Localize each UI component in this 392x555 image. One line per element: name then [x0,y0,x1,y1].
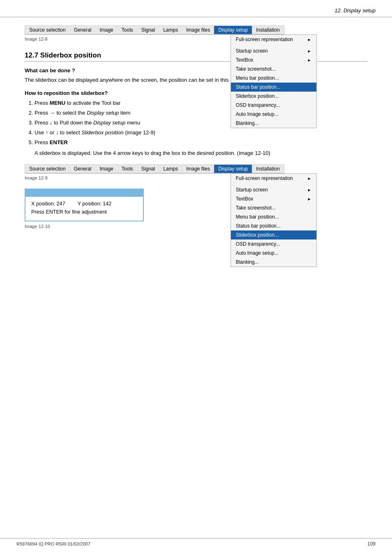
sliderbox-position-row: X position: 247 Y position: 142 [31,201,137,207]
menu-item-source-selection-2[interactable]: Source selection [25,165,70,173]
menu-item-lamps-1[interactable]: Lamps [159,26,182,34]
step-1: Press MENU to activate the Tool bar [35,99,367,108]
dropdown-item-screenshot-2[interactable]: Take screenshot... [231,203,316,212]
arrow-icon-2: ► [307,49,311,53]
dropdown-item-fullscreen-2[interactable]: Full-screen representation ► [231,174,316,183]
dropdown-item-sliderbox-2[interactable]: Sliderbox position... [231,230,316,240]
sliderbox-body: X position: 247 Y position: 142 Press EN… [25,197,143,221]
menu-item-tools-2[interactable]: Tools [118,165,137,173]
step-4: Use ↑ or ↓ to select Sliderbox position … [35,128,367,137]
sliderbox-hint: Press ENTER for fine adjustment [31,209,137,215]
screenshot-12-8: Source selection General Image Tools Sig… [25,25,284,35]
sliderbox-dialog: X position: 247 Y position: 142 Press EN… [25,189,144,221]
screenshot-12-8-wrapper: Source selection General Image Tools Sig… [25,25,367,35]
dropdown-menu-1: Full-screen representation ► Startup scr… [231,35,317,128]
menu-item-tools-1[interactable]: Tools [118,26,137,34]
step-5-text: A sliderbox is displayed. Use the 4 arro… [35,149,367,158]
menu-item-displaysetup-2[interactable]: Display setup [214,165,252,173]
x-position-label: X position: 247 [31,201,65,207]
dropdown-item-startup-2[interactable]: Startup screen ► [231,185,316,194]
dropdown-item-fullscreen-1[interactable]: Full-screen representation ► [231,35,316,44]
menu-item-lamps-2[interactable]: Lamps [159,165,182,173]
footer-page-number: 109 [367,541,376,547]
dropdown-item-autoimage-1[interactable]: Auto Image setup... [231,110,316,119]
dropdown-item-blanking-2[interactable]: Blanking... [231,258,316,267]
dropdown-item-screenshot-1[interactable]: Take screenshot... [231,64,316,74]
menu-item-imagefiles-1[interactable]: Image files [182,26,214,34]
dropdown-item-sliderbox-1[interactable]: Sliderbox position... [231,92,316,101]
menu-item-installation-2[interactable]: Installation [252,165,284,173]
menu-item-image-1[interactable]: Image [95,26,117,34]
menu-item-general-2[interactable]: General [70,165,96,173]
arrow-icon-3: ► [307,58,311,62]
menu-item-installation-1[interactable]: Installation [252,26,284,34]
step-2: Press → to select the Display setup item [35,108,367,117]
dropdown-item-statusbar-1[interactable]: Status bar position... [231,83,316,92]
screenshot-12-9: Source selection General Image Tools Sig… [25,164,284,174]
dropdown-menu-2: Full-screen representation ► Startup scr… [231,173,317,267]
page-title: 12. Display setup [334,7,376,14]
dropdown-item-menubar-1[interactable]: Menu bar position... [231,74,316,83]
menu-item-image-2[interactable]: Image [95,165,117,173]
screenshot-12-9-wrapper: Source selection General Image Tools Sig… [25,164,367,174]
page-header: 12. Display setup [0,0,392,17]
dropdown-item-menubar-2[interactable]: Menu bar position... [231,212,316,221]
dropdown-item-osd-2[interactable]: OSD transparency... [231,240,316,249]
arrow-icon-5: ► [307,188,311,192]
dropdown-item-statusbar-2[interactable]: Status bar position... [231,221,316,230]
step-3: Press ↓ to Pull down the Display setup m… [35,118,367,127]
menu-bar-2: Source selection General Image Tools Sig… [25,165,284,173]
arrow-icon-6: ► [307,197,311,201]
sliderbox-header [25,189,143,197]
dropdown-item-osd-1[interactable]: OSD transparency... [231,101,316,110]
dropdown-item-startup-1[interactable]: Startup screen ► [231,46,316,55]
arrow-icon-4: ► [307,176,311,181]
menu-bar-1: Source selection General Image Tools Sig… [25,26,284,35]
y-position-label: Y position: 142 [78,201,111,207]
dropdown-item-textbox-1[interactable]: TextBox ► [231,55,316,64]
steps-list: Press MENU to activate the Tool bar Pres… [35,99,367,158]
menu-item-general-1[interactable]: General [70,26,96,34]
step-5: Press ENTER A sliderbox is displayed. Us… [35,138,367,158]
arrow-icon-1: ► [307,37,311,42]
menu-item-signal-2[interactable]: Signal [137,165,159,173]
dropdown-item-blanking-1[interactable]: Blanking... [231,119,316,128]
menu-item-displaysetup-1[interactable]: Display setup [214,26,252,34]
menu-item-signal-1[interactable]: Signal [137,26,159,34]
dropdown-item-autoimage-2[interactable]: Auto Image setup... [231,249,316,258]
menu-item-source-selection-1[interactable]: Source selection [25,26,70,34]
menu-item-imagefiles-2[interactable]: Image files [182,165,214,173]
page-footer: R5976694 IQ PRO R500 01/02/2007 109 [0,538,392,547]
footer-left-text: R5976694 IQ PRO R500 01/02/2007 [16,541,90,546]
dropdown-item-textbox-2[interactable]: TextBox ► [231,194,316,203]
